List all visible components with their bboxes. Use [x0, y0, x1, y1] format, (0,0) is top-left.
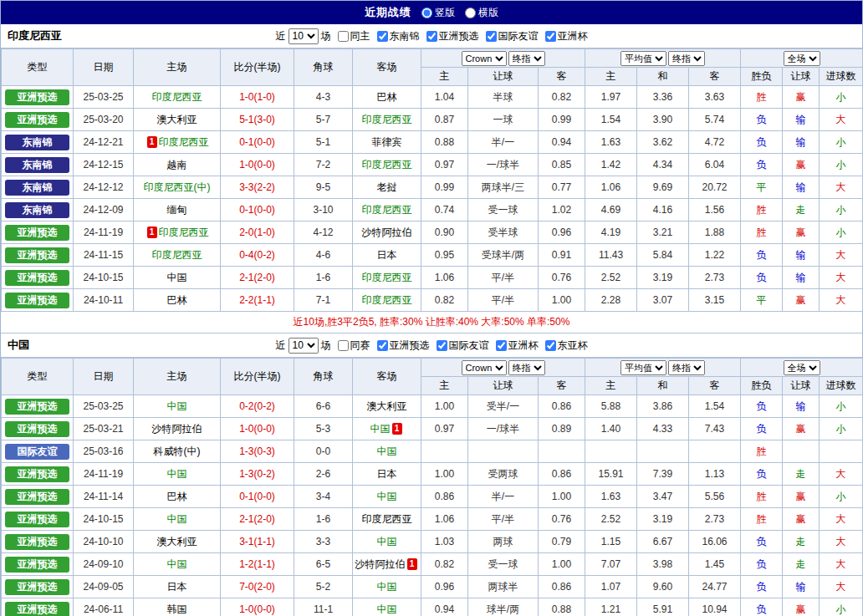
corners-cell: 7-1: [294, 289, 353, 312]
layout-radio-horizontal[interactable]: 横版: [465, 6, 498, 20]
score-cell[interactable]: 0-1(0-0): [221, 486, 294, 508]
competition-badge: 亚洲预选: [5, 421, 69, 437]
away-team-cell: 中国: [353, 486, 421, 508]
crown-away-odds: 0.82: [539, 86, 585, 109]
score-cell[interactable]: 0-1(0-0): [221, 131, 294, 154]
competition-cell: 亚洲预选: [2, 598, 74, 616]
crown-odds-stage-select[interactable]: 终指: [508, 360, 545, 375]
crown-away-odds: 0.99: [539, 109, 585, 131]
scope-select[interactable]: 全场: [784, 51, 820, 66]
competition-badge: 亚洲预选: [5, 579, 69, 595]
avg-away-odds: 3.15: [689, 289, 741, 312]
score-cell[interactable]: 1-0(0-0): [221, 418, 294, 440]
avg-draw-odds: 9.69: [637, 176, 689, 199]
date-cell: 24-11-14: [74, 486, 134, 508]
score-cell[interactable]: 2-1(2-0): [221, 267, 294, 289]
date-cell: 24-12-09: [74, 199, 134, 221]
team-name: 印度尼西亚: [362, 513, 412, 525]
handicap-result-cell: 赢: [783, 86, 820, 109]
vertical-radio-label: 竖版: [435, 6, 455, 20]
competition-checkbox-2[interactable]: 国际友谊: [437, 339, 489, 353]
home-team-cell: 中国: [134, 508, 221, 531]
team-name: 印度尼西亚(中): [144, 181, 211, 193]
avg-away-odds: 7.43: [689, 418, 741, 440]
avg-away-odds: 24.77: [689, 576, 741, 598]
avg-odds-stage-select[interactable]: 终指: [668, 360, 705, 375]
filter-bar: 近 10 场 同赛 亚洲预选 国际友谊 亚洲杯 东亚杯: [1, 333, 862, 357]
team-name: 印度尼西亚: [159, 136, 209, 148]
competition-checkbox-2[interactable]: 亚洲预选: [426, 29, 479, 43]
score-cell[interactable]: 0-2(0-2): [221, 395, 294, 418]
crown-home-odds: 0.97: [421, 154, 468, 176]
team-name: 中国: [377, 603, 397, 615]
avg-odds-stage-select[interactable]: 终指: [668, 51, 705, 66]
result-cell: 胜: [741, 486, 783, 508]
match-count-select[interactable]: 10: [289, 338, 319, 354]
competition-checkbox-3[interactable]: 国际友谊: [486, 29, 539, 43]
handicap-result-cell: 赢: [783, 221, 820, 244]
score-cell[interactable]: 1-3(0-3): [221, 440, 294, 463]
score-cell[interactable]: 5-1(3-0): [221, 109, 294, 131]
competition-checkbox-4[interactable]: 亚洲杯: [545, 29, 588, 43]
same-venue-checkbox[interactable]: 同主: [338, 29, 370, 43]
score-cell[interactable]: 2-2(1-1): [221, 289, 294, 312]
avg-away-odds: 3.63: [689, 86, 741, 109]
col-away: 客场: [353, 359, 421, 395]
crown-away-odds: 0.76: [539, 267, 585, 289]
score-cell[interactable]: 0-1(0-0): [221, 199, 294, 221]
avg-away-odds: 1.13: [689, 463, 741, 486]
competition-checkbox-1[interactable]: 东南锦: [377, 29, 420, 43]
team-name: 巴林: [167, 294, 187, 306]
crown-odds-stage-select[interactable]: 终指: [508, 51, 545, 66]
match-count-select[interactable]: 10: [289, 28, 319, 44]
corners-cell: 5-7: [294, 109, 353, 131]
score-cell[interactable]: 3-1(1-1): [221, 531, 294, 553]
avg-away-odds: 20.72: [689, 176, 741, 199]
same-competition-checkbox[interactable]: 同赛: [338, 339, 370, 353]
scope-select[interactable]: 全场: [784, 360, 820, 375]
crown-handicap: 受球半/两: [468, 244, 539, 267]
score-cell[interactable]: 1-0(0-0): [221, 154, 294, 176]
avg-select[interactable]: 平均值: [620, 360, 666, 375]
crown-handicap: [468, 440, 539, 463]
goal-count-cell: 大: [820, 553, 863, 576]
competition-checkbox-1[interactable]: 亚洲预选: [377, 339, 430, 353]
col-score: 比分(半场): [221, 359, 294, 395]
layout-radio-vertical[interactable]: 竖版: [421, 6, 455, 20]
competition-cell: 亚洲预选: [2, 395, 74, 418]
section-header: 中国 近 10 场 同赛 亚洲预选 国际友谊 亚洲杯 东亚杯: [1, 333, 862, 358]
bookmaker-select[interactable]: Crown: [462, 51, 507, 66]
handicap-result-cell: 输: [783, 176, 820, 199]
score-cell[interactable]: 2-0(1-0): [221, 221, 294, 244]
result-cell: 负: [741, 531, 783, 553]
avg-home-odds: 1.21: [585, 598, 637, 616]
home-team-cell: 沙特阿拉伯: [134, 418, 221, 440]
result-cell: 负: [741, 267, 783, 289]
score-cell[interactable]: 2-1(2-0): [221, 508, 294, 531]
score-cell[interactable]: 1-0(1-0): [221, 86, 294, 109]
subcol-avg-home: 主: [585, 377, 637, 395]
score-cell[interactable]: 1-2(1-1): [221, 553, 294, 576]
avg-select[interactable]: 平均值: [620, 51, 666, 66]
competition-checkbox-3[interactable]: 亚洲杯: [496, 339, 539, 353]
away-team-cell: 澳大利亚: [353, 395, 421, 418]
avg-away-odds: 6.04: [689, 154, 741, 176]
corners-cell: 6-5: [294, 553, 353, 576]
away-team-cell: 巴林: [353, 86, 421, 109]
team-name: 巴林: [167, 491, 187, 502]
bookmaker-select[interactable]: Crown: [462, 360, 507, 375]
result-cell: 负: [741, 154, 783, 176]
crown-home-odds: 0.99: [421, 176, 468, 199]
home-team-cell: 印度尼西亚(中): [134, 176, 221, 199]
crown-away-odds: 0.85: [539, 154, 585, 176]
score-cell[interactable]: 1-0(0-0): [221, 598, 294, 616]
handicap-result-cell: 走: [783, 463, 820, 486]
score-cell[interactable]: 7-0(2-0): [221, 576, 294, 598]
score-cell[interactable]: 1-3(0-2): [221, 463, 294, 486]
score-cell[interactable]: 3-3(2-2): [221, 176, 294, 199]
competition-cell: 亚洲预选: [2, 109, 74, 131]
result-cell: 负: [741, 576, 783, 598]
competition-checkbox-4[interactable]: 东亚杯: [545, 339, 588, 353]
home-team-cell: 中国: [134, 463, 221, 486]
score-cell[interactable]: 0-4(0-2): [221, 244, 294, 267]
